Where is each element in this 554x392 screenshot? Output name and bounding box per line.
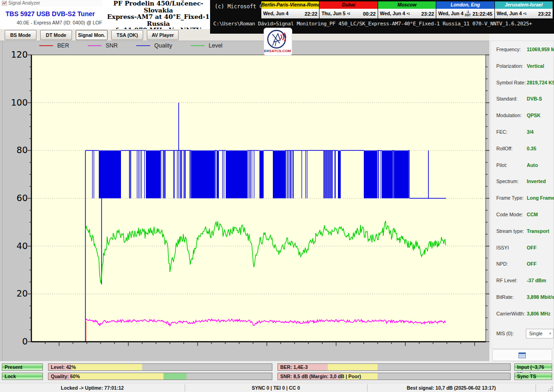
param-label: BitRate:	[496, 294, 514, 300]
bar-segment	[71, 373, 163, 380]
statusbar-section-2: Best signal: 10,7 dB (2025-06-02 13:17)	[367, 383, 536, 392]
statusbar-divider	[185, 384, 185, 392]
param-value: 3,898 Mbit/s	[527, 294, 554, 300]
lock-indicator: Lock	[2, 373, 43, 380]
param-value: Auto	[527, 162, 538, 168]
legend-item-ber: BER	[39, 42, 69, 49]
param-row-symbol-rate-: Symbol Rate:2819,724 KS/s	[491, 76, 554, 90]
clock-time: 21:22:45	[472, 11, 494, 17]
legend-line	[136, 45, 150, 46]
param-value: DVB-S	[527, 96, 542, 101]
param-row-frame-type-: Frame Type:Long Frame	[491, 191, 554, 205]
overlay-line-1: PF Prodelin 450/Lučenec-Slovakia	[102, 0, 214, 13]
clock-date: Wed, Jun 4	[436, 11, 464, 16]
param-value: Vertical	[527, 63, 544, 69]
legend-item-quality: Quality	[136, 42, 172, 49]
clock-berlin-paris-vienna-roma: Berlin-Paris-Vienna-RomaWed, Jun 422:22	[261, 1, 319, 19]
param-value: OFF	[527, 245, 536, 250]
sync-ts-indicator: Sync TS	[514, 373, 552, 380]
snr-progressbar: SNR: 8,5 dB (Margin: 3,0 dB | Poor)	[277, 373, 511, 380]
param-value: Long Frame	[527, 195, 554, 201]
resize-grip[interactable]	[548, 386, 553, 392]
param-value: 3,806 MHz	[527, 311, 550, 316]
param-row-npd-: NPD:OFF	[491, 257, 554, 271]
clock-utc-offset: +1	[522, 12, 526, 16]
param-value: Transport	[527, 228, 549, 234]
legend-item-level: Level	[191, 42, 223, 49]
mis-dropdown[interactable]: Single ▾	[526, 329, 554, 339]
param-row-code-mode-: Code Mode:CCM	[491, 208, 554, 222]
chart-legend: BERSNRQualityLevel	[39, 42, 235, 49]
ber-label: BER: 1,4E-3	[280, 364, 308, 370]
quality-progressbar: Quality: 60%	[48, 373, 272, 380]
mis-row: MIS (0): Single ▾	[491, 327, 554, 341]
clock-date: Thu, Jun 5	[319, 11, 345, 16]
param-label: Stream type:	[496, 228, 524, 234]
legend-line	[88, 45, 102, 46]
clock-time: 22:22	[305, 11, 319, 17]
satellite-dish-icon: DXSATCS.COM	[264, 28, 291, 54]
tab-tsa-ok-[interactable]: TSA (OK)	[111, 30, 143, 40]
chevron-down-icon: ▾	[549, 329, 551, 338]
param-value: OFF	[527, 261, 536, 267]
clock-city: Moscow	[378, 1, 436, 9]
level-label: Level: 42%	[51, 364, 76, 370]
legend-item-snr: SNR	[88, 42, 118, 49]
list-icon	[518, 352, 526, 358]
quality-label: Quality: 60%	[51, 373, 80, 380]
clock-city: London, Eng	[436, 1, 494, 9]
param-label: FEC:	[496, 129, 507, 135]
ber-progressbar: BER: 1,4E-3	[277, 363, 511, 371]
app-icon	[2, 1, 7, 6]
transponder-list-button[interactable]	[492, 349, 552, 361]
bar-segment	[328, 364, 378, 370]
clock-utc-offset: +1	[405, 12, 409, 16]
param-row-bitrate-: BitRate:3,898 Mbit/s	[491, 291, 554, 304]
param-label: Symbol Rate:	[496, 80, 526, 85]
parameters-panel: MIS (0): Single ▾ Frequency:11069,959 MH…	[490, 41, 554, 349]
clock-time: 00:22	[363, 11, 378, 17]
dxsatcs-logo: DXSATCS.COM	[264, 28, 292, 56]
signal-status-zone: Present Level: 42% BER: 1,4E-3 Input (~3…	[0, 361, 554, 383]
param-row-pilot-: Pilot:Auto	[491, 159, 554, 172]
param-label: Code Mode:	[496, 212, 523, 217]
param-row-frequency-: Frequency:11069,959 MHz	[491, 43, 554, 57]
present-indicator: Present	[2, 363, 43, 371]
param-label: CarrierWidth:	[496, 311, 525, 316]
param-row-issyi: ISSYIOFF	[491, 241, 554, 255]
tab-dt-mode[interactable]: DT Mode	[40, 30, 72, 40]
tab-bs-mode[interactable]: BS Mode	[5, 30, 36, 40]
y-tick-label-40: 40	[2, 241, 28, 251]
logo-text-rest: SATCS.COM	[269, 49, 291, 53]
legend-line	[39, 45, 53, 46]
param-value: 0.35	[527, 146, 536, 151]
clock-time: 23:22	[422, 11, 436, 17]
mis-value: Single	[529, 331, 542, 336]
y-tick-label-80: 80	[2, 145, 28, 155]
param-row-carrierwidth-: CarrierWidth:3,806 MHz	[491, 307, 554, 321]
clock-time: 23:22	[538, 11, 553, 17]
tab-signal-mon-[interactable]: Signal Mon.	[76, 30, 108, 40]
statusbar-divider	[367, 384, 367, 392]
tab-av-player[interactable]: AV Player	[147, 30, 179, 40]
param-label: RollOff:	[496, 146, 512, 151]
legend-label: SNR	[106, 42, 118, 49]
param-label: Pilot:	[496, 162, 507, 168]
statusbar-section-1: SYNC 0 | TEI 0 | CC 0	[185, 383, 367, 392]
param-row-polarization-: Polarization:Vertical	[491, 59, 554, 73]
bar-segment	[163, 373, 186, 380]
logo-text-dx: DX	[264, 49, 270, 53]
level-progressbar: Level: 42%	[48, 363, 272, 371]
signal-chart-plot[interactable]	[26, 52, 491, 350]
legend-label: Quality	[154, 42, 172, 49]
param-row-fec-: FEC:3/4	[491, 125, 554, 139]
clock-date: Wed, Jun 4	[261, 11, 289, 16]
clock-utc-offset	[289, 13, 290, 14]
clock-london-eng: London, EngWed, Jun 4-1DST21:22:45	[436, 1, 494, 19]
param-value: 2819,724 KS/s	[527, 80, 554, 85]
input-indicator: Input (~3,76 Mbps)	[514, 363, 552, 371]
tuner-name: TBS 5927 USB DVB-S2 Tuner	[6, 10, 95, 18]
clock-city: Berlin-Paris-Vienna-Roma	[261, 1, 319, 9]
legend-label: Level	[209, 42, 223, 49]
param-value: QPSK	[527, 113, 541, 118]
